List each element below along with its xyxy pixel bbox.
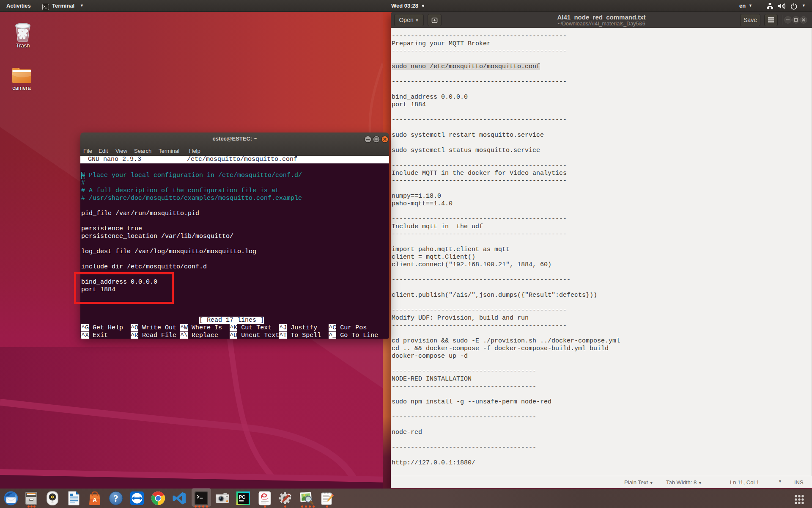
svg-text:PC: PC: [239, 494, 245, 500]
svg-text:A: A: [93, 497, 97, 503]
svg-text:?: ?: [113, 493, 118, 504]
